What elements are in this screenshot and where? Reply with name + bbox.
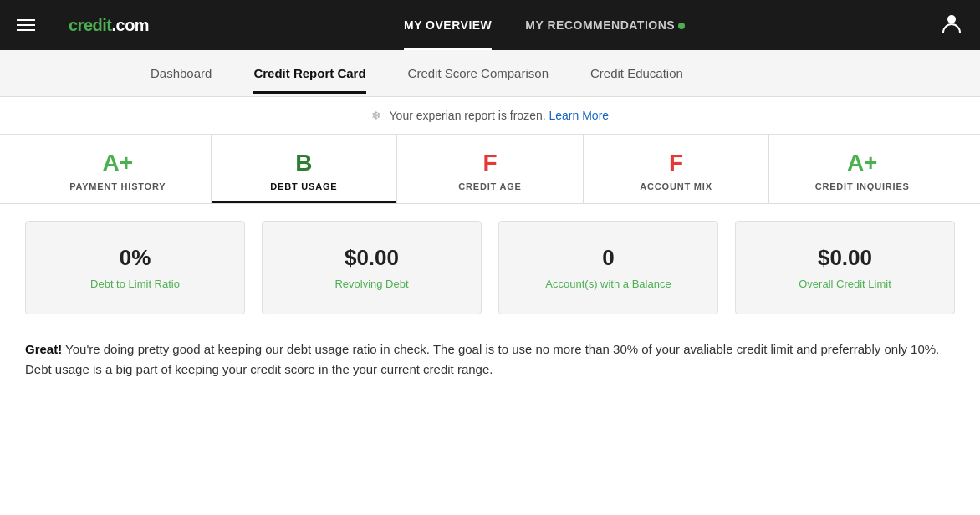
stats-row: 0% Debt to Limit Ratio $0.00 Revolving D… [0,204,980,331]
sub-nav: Dashboard Credit Report Card Credit Scor… [0,50,980,97]
label-payment-history: PAYMENT HISTORY [69,181,166,191]
stat-overall-credit-limit: $0.00 Overall Credit Limit [735,221,955,314]
label-account-mix: ACCOUNT MIX [640,181,712,191]
learn-more-link[interactable]: Learn More [549,109,609,122]
user-icon[interactable] [940,11,963,39]
tab-account-mix[interactable]: F ACCOUNT MIX [584,135,770,203]
stat-revolving-debt: $0.00 Revolving Debt [262,221,482,314]
grade-debt-usage: B [295,150,312,176]
svg-point-0 [947,15,956,23]
label-credit-inquiries: CREDIT INQUIRIES [815,181,910,191]
stat-debt-to-limit: 0% Debt to Limit Ratio [25,221,245,314]
stat-label-debt-to-limit: Debt to Limit Ratio [90,278,180,290]
credit-tabs: A+ PAYMENT HISTORY B DEBT USAGE F CREDIT… [0,135,980,204]
stat-value-overall-credit-limit: $0.00 [818,245,872,271]
stat-accounts-with-balance: 0 Account(s) with a Balance [498,221,718,314]
sub-nav-credit-education[interactable]: Credit Education [590,53,683,94]
top-nav: credit.com MY OVERVIEW MY RECOMMENDATION… [0,0,980,50]
hamburger-menu[interactable] [17,19,35,31]
sub-nav-credit-report-card[interactable]: Credit Report Card [253,53,365,94]
stat-value-debt-to-limit: 0% [120,245,151,271]
grade-credit-age: F [482,150,497,176]
stat-label-revolving-debt: Revolving Debt [334,278,408,290]
nav-my-overview[interactable]: MY OVERVIEW [404,15,492,35]
stat-value-revolving-debt: $0.00 [345,245,399,271]
frozen-banner: ❄ Your experian report is frozen. Learn … [0,97,980,135]
brand-logo: credit.com [69,16,149,35]
stat-value-accounts-with-balance: 0 [602,245,614,271]
tab-credit-inquiries[interactable]: A+ CREDIT INQUIRIES [769,135,955,203]
snowflake-icon: ❄ [371,109,381,122]
debt-usage-description: Great! You're doing pretty good at keepi… [0,331,980,396]
grade-payment-history: A+ [103,150,134,176]
grade-credit-inquiries: A+ [847,150,878,176]
tab-credit-age[interactable]: F CREDIT AGE [397,135,584,203]
label-debt-usage: DEBT USAGE [270,181,337,191]
nav-my-recommendations[interactable]: MY RECOMMENDATIONS [525,15,685,35]
brand-name-plain: credit [69,16,111,34]
sub-nav-credit-score-comparison[interactable]: Credit Score Comparison [408,53,549,94]
description-bold: Great! [25,342,62,356]
tab-debt-usage[interactable]: B DEBT USAGE [212,135,398,203]
frozen-text: Your experian report is frozen. [390,109,546,122]
description-text: You're doing pretty good at keeping our … [25,342,939,376]
tab-payment-history[interactable]: A+ PAYMENT HISTORY [25,135,212,203]
grade-account-mix: F [669,150,683,176]
stat-label-accounts-with-balance: Account(s) with a Balance [545,278,671,290]
label-credit-age: CREDIT AGE [458,181,521,191]
stat-label-overall-credit-limit: Overall Credit Limit [799,278,891,290]
notification-dot [678,23,685,29]
top-nav-links: MY OVERVIEW MY RECOMMENDATIONS [182,15,906,35]
brand-suffix: .com [111,16,149,34]
sub-nav-dashboard[interactable]: Dashboard [151,53,212,94]
